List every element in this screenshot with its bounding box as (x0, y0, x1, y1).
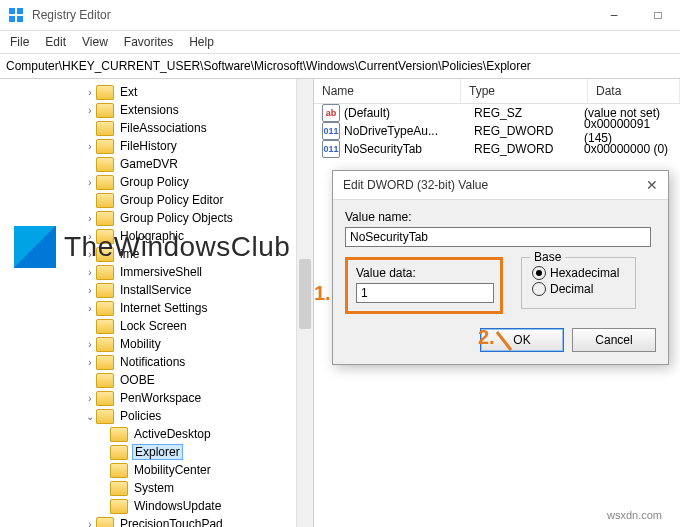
menu-help[interactable]: Help (189, 35, 214, 49)
dword-value-icon: 011 (322, 122, 340, 140)
tree-item[interactable]: ›Mobility (0, 335, 313, 353)
folder-icon (96, 301, 114, 316)
chevron-right-icon[interactable]: › (84, 140, 96, 152)
menu-file[interactable]: File (10, 35, 29, 49)
radio-hexadecimal[interactable]: Hexadecimal (532, 266, 619, 280)
list-rows: ab(Default)REG_SZ(value not set)011NoDri… (314, 104, 680, 158)
chevron-right-icon[interactable]: › (84, 266, 96, 278)
tree-item-label: FileAssociations (118, 121, 209, 135)
tree-item-label: PenWorkspace (118, 391, 203, 405)
chevron-right-icon[interactable]: › (84, 212, 96, 224)
tree-item[interactable]: ›FileHistory (0, 137, 313, 155)
tree-item-label: FileHistory (118, 139, 179, 153)
tree-item-label: System (132, 481, 176, 495)
folder-icon (110, 463, 128, 478)
tree-item[interactable]: ›ImmersiveShell (0, 263, 313, 281)
chevron-right-icon[interactable]: › (84, 176, 96, 188)
chevron-right-icon[interactable]: › (84, 86, 96, 98)
column-data[interactable]: Data (588, 79, 680, 103)
list-row[interactable]: 011NoSecurityTabREG_DWORD0x00000000 (0) (314, 140, 680, 158)
base-group: Base Hexadecimal Decimal (521, 257, 636, 309)
menu-view[interactable]: View (82, 35, 108, 49)
chevron-right-icon[interactable]: › (84, 284, 96, 296)
tree-item[interactable]: ›Extensions (0, 101, 313, 119)
tree-item[interactable]: ›PenWorkspace (0, 389, 313, 407)
tree-item-label: Group Policy (118, 175, 191, 189)
folder-icon (110, 427, 128, 442)
column-name[interactable]: Name (314, 79, 461, 103)
chevron-right-icon[interactable]: › (84, 230, 96, 242)
folder-icon (96, 283, 114, 298)
tree-item[interactable]: Group Policy Editor (0, 191, 313, 209)
footer-domain: wsxdn.com (607, 509, 662, 521)
folder-icon (110, 499, 128, 514)
column-type[interactable]: Type (461, 79, 588, 103)
tree-item[interactable]: GameDVR (0, 155, 313, 173)
list-row[interactable]: 011NoDriveTypeAu...REG_DWORD0x00000091 (… (314, 122, 680, 140)
cell-type: REG_DWORD (474, 142, 584, 156)
folder-icon (96, 85, 114, 100)
chevron-right-icon[interactable]: › (84, 392, 96, 404)
chevron-right-icon[interactable]: › (84, 248, 96, 260)
chevron-right-icon[interactable]: › (84, 356, 96, 368)
value-data-input[interactable] (356, 283, 494, 303)
tree-item-label: WindowsUpdate (132, 499, 223, 513)
tree-spacer (84, 374, 96, 386)
folder-icon (96, 121, 114, 136)
tree-spacer (98, 446, 110, 458)
maximize-button[interactable]: □ (636, 0, 680, 30)
tree-item-label: Internet Settings (118, 301, 209, 315)
tree-item[interactable]: ›Holographic (0, 227, 313, 245)
cell-name: (Default) (344, 106, 474, 120)
tree-pane[interactable]: ›Ext›ExtensionsFileAssociations›FileHist… (0, 79, 314, 527)
tree-item[interactable]: ›Ext (0, 83, 313, 101)
folder-icon (96, 103, 114, 118)
folder-icon (96, 337, 114, 352)
menu-favorites[interactable]: Favorites (124, 35, 173, 49)
tree-item[interactable]: Lock Screen (0, 317, 313, 335)
tree-item[interactable]: ›ime (0, 245, 313, 263)
tree-item[interactable]: ActiveDesktop (0, 425, 313, 443)
tree-item[interactable]: FileAssociations (0, 119, 313, 137)
menu-edit[interactable]: Edit (45, 35, 66, 49)
tree-item[interactable]: Explorer (0, 443, 313, 461)
tree-item[interactable]: ⌄Policies (0, 407, 313, 425)
dialog-titlebar[interactable]: Edit DWORD (32-bit) Value ✕ (333, 171, 668, 200)
close-icon[interactable]: ✕ (646, 177, 658, 193)
radio-decimal[interactable]: Decimal (532, 282, 619, 296)
tree-item[interactable]: ›PrecisionTouchPad (0, 515, 313, 527)
tree-item[interactable]: MobilityCenter (0, 461, 313, 479)
cancel-button[interactable]: Cancel (572, 328, 656, 352)
tree-item-label: ActiveDesktop (132, 427, 213, 441)
scrollbar-thumb[interactable] (299, 259, 311, 329)
folder-icon (110, 481, 128, 496)
address-bar[interactable]: Computer\HKEY_CURRENT_USER\Software\Micr… (0, 54, 680, 79)
cell-data: 0x00000000 (0) (584, 142, 680, 156)
svg-rect-0 (9, 8, 15, 14)
tree-item[interactable]: ›Group Policy (0, 173, 313, 191)
tree-item-label: InstallService (118, 283, 193, 297)
tree-spacer (84, 194, 96, 206)
tree-item[interactable]: ›Notifications (0, 353, 313, 371)
tree-item[interactable]: ›Internet Settings (0, 299, 313, 317)
cell-type: REG_DWORD (474, 124, 584, 138)
menubar: File Edit View Favorites Help (0, 31, 680, 54)
app-icon (8, 7, 24, 23)
folder-icon (96, 265, 114, 280)
chevron-right-icon[interactable]: › (84, 104, 96, 116)
tree-item[interactable]: OOBE (0, 371, 313, 389)
chevron-down-icon[interactable]: ⌄ (84, 410, 96, 422)
value-name-input[interactable] (345, 227, 651, 247)
value-name-label: Value name: (345, 210, 656, 224)
minimize-button[interactable]: – (592, 0, 636, 30)
chevron-right-icon[interactable]: › (84, 302, 96, 314)
tree-item[interactable]: System (0, 479, 313, 497)
tree-item[interactable]: ›Group Policy Objects (0, 209, 313, 227)
tree-item[interactable]: WindowsUpdate (0, 497, 313, 515)
chevron-right-icon[interactable]: › (84, 518, 96, 527)
chevron-right-icon[interactable]: › (84, 338, 96, 350)
tree-item[interactable]: ›InstallService (0, 281, 313, 299)
scrollbar[interactable] (296, 79, 313, 527)
tree-spacer (84, 122, 96, 134)
svg-rect-1 (17, 8, 23, 14)
